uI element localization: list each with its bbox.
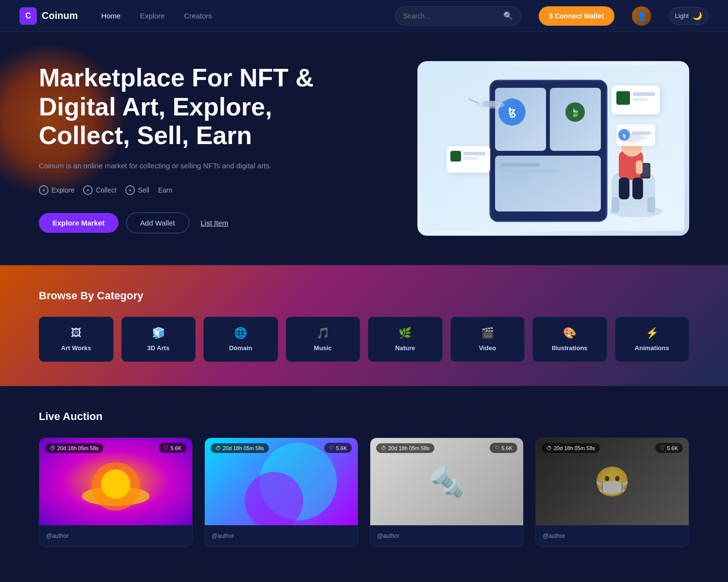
category-card-music[interactable]: 🎵 Music bbox=[286, 317, 361, 362]
category-label: Video bbox=[479, 344, 496, 352]
moon-icon: 🌙 bbox=[693, 11, 702, 20]
category-grid: 🖼 Art Works 🧊 3D Arts 🌐 Domain 🎵 Music 🌿… bbox=[39, 317, 689, 362]
card-overlay: ⏱ 20d 18h 05m 58s ♡ 5.6K bbox=[39, 438, 192, 458]
search-input[interactable] bbox=[403, 12, 499, 20]
like-badge: ♡ 5.6K bbox=[655, 443, 683, 453]
auction-grid: ⏱ 20d 18h 05m 58s ♡ 5.6K @author bbox=[39, 437, 689, 547]
svg-rect-10 bbox=[633, 98, 647, 101]
category-icon: 🧊 bbox=[152, 327, 165, 340]
svg-rect-30 bbox=[642, 164, 649, 177]
timer-badge: ⏱ 20d 18h 05m 58s bbox=[211, 443, 269, 453]
search-button[interactable]: 🔍 bbox=[503, 11, 513, 20]
auction-card-image: 😷 ⏱ 20d 18h 05m 58s ♡ 5.6K bbox=[536, 438, 689, 525]
auction-card-3[interactable]: 😷 ⏱ 20d 18h 05m 58s ♡ 5.6K @author bbox=[535, 437, 689, 547]
sell-dot: ✦ bbox=[125, 185, 135, 195]
like-badge: ♡ 5.6K bbox=[159, 443, 186, 453]
auction-title: Live Auction bbox=[39, 410, 689, 423]
auction-card-1[interactable]: ⏱ 20d 18h 05m 58s ♡ 5.6K @author bbox=[204, 437, 358, 547]
timer-text: 20d 18h 05m 58s bbox=[554, 445, 595, 451]
nav-explore[interactable]: Explore bbox=[139, 10, 165, 22]
avatar-button[interactable]: 👤 bbox=[632, 6, 651, 26]
svg-rect-12 bbox=[450, 151, 461, 162]
timer-badge: ⏱ 20d 18h 05m 58s bbox=[45, 443, 103, 453]
category-card-domain[interactable]: 🌐 Domain bbox=[203, 317, 278, 362]
hero-illustration: ꜩ 🍃 bbox=[417, 61, 689, 236]
auction-card-0[interactable]: ⏱ 20d 18h 05m 58s ♡ 5.6K @author bbox=[39, 437, 193, 547]
category-card-art-works[interactable]: 🖼 Art Works bbox=[39, 317, 114, 362]
timer-badge: ⏱ 20d 18h 05m 58s bbox=[376, 443, 434, 453]
nav-creators[interactable]: Creators bbox=[183, 10, 213, 22]
connect-wallet-button[interactable]: $ Connect Wallet bbox=[539, 6, 614, 26]
logo[interactable]: C Coinum bbox=[19, 7, 78, 25]
auction-section: Live Auction ⏱ 20d 18h 05m 58s bbox=[0, 386, 728, 571]
explore-dot: ✦ bbox=[39, 185, 49, 195]
category-icon: 🎵 bbox=[316, 327, 330, 340]
auction-card-image: 🔩 ⏱ 20d 18h 05m 58s ♡ 5.6K bbox=[370, 438, 523, 525]
auction-card-image: ⏱ 20d 18h 05m 58s ♡ 5.6K bbox=[39, 438, 192, 525]
category-icon: ⚡ bbox=[645, 327, 659, 340]
like-count: 5.6K bbox=[667, 445, 678, 451]
svg-rect-23 bbox=[647, 197, 655, 212]
add-wallet-button[interactable]: Add Wallet bbox=[126, 212, 189, 233]
svg-rect-19 bbox=[501, 176, 530, 178]
logo-icon: C bbox=[19, 7, 37, 25]
category-label: Music bbox=[314, 344, 332, 352]
category-card-illustrations[interactable]: 🎨 Illustrations bbox=[532, 317, 607, 362]
category-label: 3D Arts bbox=[147, 344, 169, 352]
auction-card-body: @author bbox=[39, 525, 192, 547]
timer-text: 20d 18h 05m 58s bbox=[388, 445, 430, 451]
navbar: C Coinum Home Explore Creators 🔍 $ Conne… bbox=[0, 0, 728, 32]
timer-text: 20d 18h 05m 58s bbox=[57, 445, 99, 451]
explore-market-button[interactable]: Explore Market bbox=[39, 213, 118, 233]
category-card-nature[interactable]: 🌿 Nature bbox=[368, 317, 443, 362]
svg-text:ꜩ: ꜩ bbox=[623, 133, 626, 138]
svg-rect-31 bbox=[636, 161, 643, 174]
collect-dot: ✦ bbox=[83, 185, 93, 195]
logo-text: Coinum bbox=[42, 10, 78, 21]
like-count: 5.6K bbox=[336, 445, 347, 451]
svg-rect-13 bbox=[463, 152, 485, 155]
hero-tag-earn: Earn bbox=[158, 186, 173, 194]
category-icon: 🎬 bbox=[481, 327, 494, 340]
svg-text:ꜩ: ꜩ bbox=[508, 106, 516, 118]
svg-rect-18 bbox=[501, 170, 559, 173]
auction-author: @author bbox=[543, 533, 565, 539]
svg-rect-26 bbox=[632, 178, 643, 199]
theme-toggle[interactable]: Light 🌙 bbox=[669, 7, 709, 25]
heart-icon: ♡ bbox=[329, 445, 334, 451]
clock-icon: ⏱ bbox=[215, 445, 221, 451]
hero-content: Marketplace For NFT & Digital Art, Explo… bbox=[39, 64, 417, 233]
card-overlay: ⏱ 20d 18h 05m 58s ♡ 5.6K bbox=[536, 438, 689, 458]
avatar-icon: 👤 bbox=[636, 11, 647, 21]
svg-rect-17 bbox=[501, 163, 540, 167]
like-badge: ♡ 5.6K bbox=[490, 443, 517, 453]
heart-icon: ♡ bbox=[495, 445, 499, 451]
nav-home[interactable]: Home bbox=[100, 10, 121, 22]
category-label: Nature bbox=[395, 344, 415, 352]
category-label: Illustrations bbox=[552, 344, 588, 352]
like-count: 5.6K bbox=[170, 445, 182, 451]
svg-rect-35 bbox=[632, 131, 650, 135]
category-icon: 🌐 bbox=[234, 327, 247, 340]
hero-title: Marketplace For NFT & Digital Art, Explo… bbox=[39, 64, 320, 150]
svg-text:🍃: 🍃 bbox=[570, 108, 580, 117]
auction-author: @author bbox=[377, 533, 399, 539]
list-item-button[interactable]: List Item bbox=[197, 213, 232, 233]
auction-card-image: ⏱ 20d 18h 05m 58s ♡ 5.6K bbox=[205, 438, 358, 525]
category-card-animations[interactable]: ⚡ Animations bbox=[615, 317, 690, 362]
hero-tag-sell: ✦ Sell bbox=[125, 185, 149, 195]
category-section: Browse By Category 🖼 Art Works 🧊 3D Arts… bbox=[0, 265, 728, 386]
svg-rect-25 bbox=[619, 178, 629, 199]
svg-rect-22 bbox=[612, 197, 619, 212]
clock-icon: ⏱ bbox=[546, 445, 552, 451]
svg-rect-38 bbox=[483, 101, 497, 107]
category-icon: 🖼 bbox=[71, 327, 82, 340]
search-bar: 🔍 bbox=[395, 6, 521, 26]
like-badge: ♡ 5.6K bbox=[324, 443, 352, 453]
category-icon: 🌿 bbox=[398, 327, 412, 340]
hero-tag-explore: ✦ Explore bbox=[39, 185, 74, 195]
category-card-video[interactable]: 🎬 Video bbox=[450, 317, 525, 362]
auction-card-2[interactable]: 🔩 ⏱ 20d 18h 05m 58s ♡ 5.6K bbox=[370, 437, 524, 547]
category-card-3d-arts[interactable]: 🧊 3D Arts bbox=[121, 317, 196, 362]
category-label: Art Works bbox=[61, 344, 91, 352]
